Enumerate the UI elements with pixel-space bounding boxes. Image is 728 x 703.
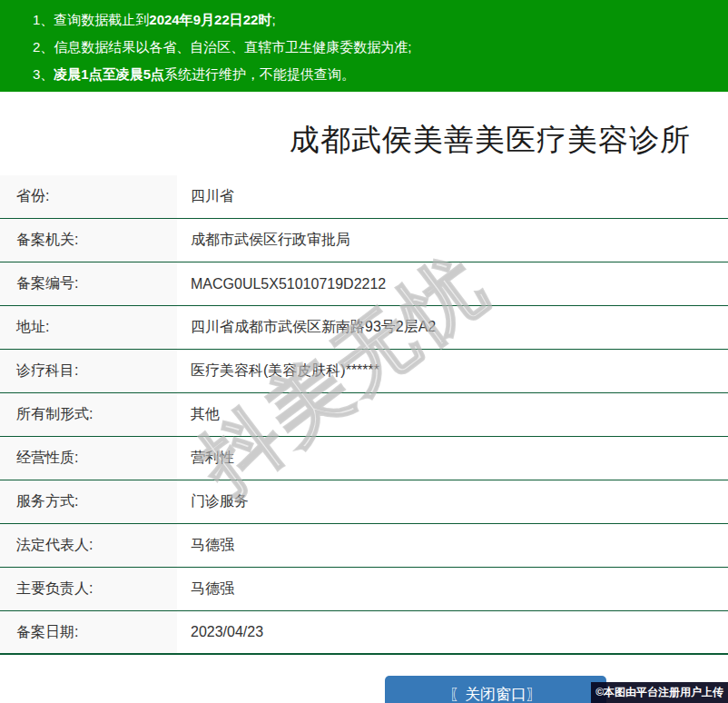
- notice-text: 查询数据截止到: [54, 12, 149, 27]
- table-row: 备案日期: 2023/04/23: [0, 611, 728, 655]
- row-label: 省份:: [0, 175, 177, 218]
- row-value: 马德强: [177, 568, 728, 610]
- notice-number: 1、: [33, 12, 54, 27]
- table-row: 经营性质: 营利性: [0, 437, 728, 480]
- notice-text: 系统进行维护，不能提供查询。: [164, 66, 355, 82]
- row-value: MACG0UL5X51010719D2212: [177, 262, 728, 305]
- row-label: 所有制形式:: [0, 393, 177, 436]
- notice-item: 3、凌晨1点至凌晨5点系统进行维护，不能提供查询。: [33, 61, 728, 88]
- close-window-button[interactable]: 〖关闭窗口〗: [385, 676, 606, 703]
- notice-number: 2、: [33, 39, 54, 54]
- row-label: 主要负责人:: [0, 568, 177, 610]
- row-label: 服务方式:: [0, 480, 177, 523]
- image-credit-badge: ©本图由平台注册用户上传: [591, 682, 728, 703]
- notice-text-bold: 2024年9月22日22时: [149, 12, 271, 27]
- row-label: 备案机关:: [0, 219, 177, 262]
- table-row: 诊疗科目: 医疗美容科(美容皮肤科)******: [0, 350, 728, 393]
- notice-text: ;: [271, 12, 275, 27]
- row-value: 其他: [177, 393, 728, 436]
- row-label: 地址:: [0, 306, 177, 349]
- table-row: 省份: 四川省: [0, 175, 728, 219]
- page-title: 成都武侯美善美医疗美容诊所: [252, 120, 728, 161]
- row-label: 备案日期:: [0, 611, 177, 653]
- row-value: 医疗美容科(美容皮肤科)******: [177, 350, 728, 392]
- row-value: 四川省成都市武侯区新南路93号2层A2: [177, 306, 728, 349]
- table-row: 法定代表人: 马德强: [0, 524, 728, 568]
- notice-text-bold: 凌晨1点至凌晨5点: [54, 66, 164, 82]
- row-label: 经营性质:: [0, 437, 177, 480]
- table-row: 地址: 四川省成都市武侯区新南路93号2层A2: [0, 306, 728, 350]
- notice-banner: 1、查询数据截止到2024年9月22日22时; 2、信息数据结果以各省、自治区、…: [0, 0, 728, 92]
- table-row: 备案编号: MACG0UL5X51010719D2212: [0, 262, 728, 306]
- row-value: 门诊服务: [177, 480, 728, 523]
- notice-item: 1、查询数据截止到2024年9月22日22时;: [33, 6, 728, 34]
- notice-item: 2、信息数据结果以各省、自治区、直辖市卫生健康委数据为准;: [33, 34, 728, 61]
- record-table: 省份: 四川省 备案机关: 成都市武侯区行政审批局 备案编号: MACG0UL5…: [0, 175, 728, 655]
- notice-number: 3、: [33, 66, 54, 82]
- row-value: 营利性: [177, 437, 728, 480]
- table-row: 主要负责人: 马德强: [0, 568, 728, 611]
- table-row: 服务方式: 门诊服务: [0, 480, 728, 524]
- notice-list: 1、查询数据截止到2024年9月22日22时; 2、信息数据结果以各省、自治区、…: [0, 0, 728, 88]
- row-value: 马德强: [177, 524, 728, 567]
- row-value: 2023/04/23: [177, 611, 728, 653]
- row-label: 法定代表人:: [0, 524, 177, 567]
- table-row: 所有制形式: 其他: [0, 393, 728, 437]
- row-value: 四川省: [177, 175, 728, 218]
- table-row: 备案机关: 成都市武侯区行政审批局: [0, 219, 728, 262]
- notice-text: 信息数据结果以各省、自治区、直辖市卫生健康委数据为准;: [54, 39, 411, 54]
- row-value: 成都市武侯区行政审批局: [177, 219, 728, 262]
- row-label: 诊疗科目:: [0, 350, 177, 392]
- row-label: 备案编号:: [0, 262, 177, 305]
